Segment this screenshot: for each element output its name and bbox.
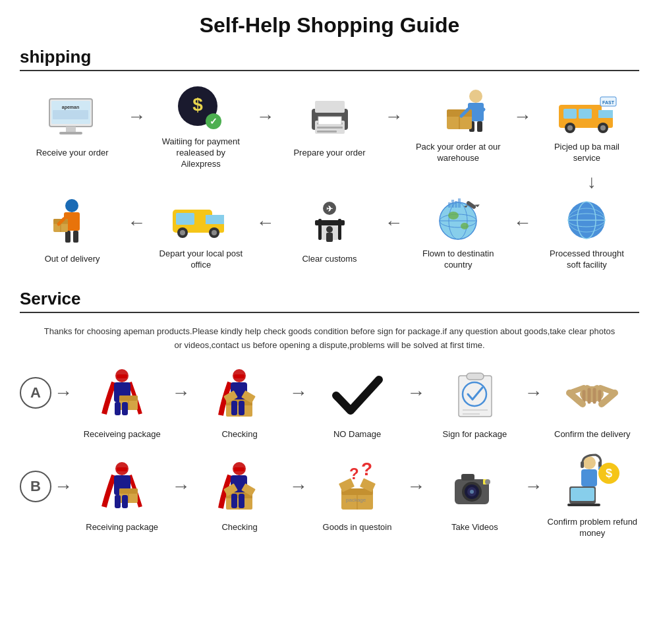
checking-a-label: Checking (221, 429, 257, 440)
arrow2: → (256, 106, 274, 127)
flown-label: Flown to destinatin country (415, 249, 501, 271)
svg-rect-137 (461, 474, 474, 481)
receiving-a-icon (92, 366, 152, 425)
svg-point-68 (448, 212, 459, 220)
shipping-header: shipping (20, 47, 639, 67)
svg-rect-91 (234, 374, 244, 378)
arrow-b4: → (525, 476, 543, 497)
svg-rect-75 (455, 201, 457, 208)
confirm-problem-label: Confirm problem refund money (546, 517, 639, 539)
confirm-problem-icon: $ (563, 454, 622, 513)
svg-rect-101 (467, 373, 484, 380)
svg-rect-41 (65, 231, 71, 243)
svg-point-36 (600, 125, 606, 131)
receiving-a-label: Receiveing package (84, 429, 161, 440)
svg-rect-60 (315, 220, 345, 225)
service-row-b: B → (20, 454, 639, 539)
arrow-r2-2: ← (256, 212, 274, 233)
svg-rect-12 (315, 101, 345, 113)
svg-marker-50 (206, 215, 224, 224)
svg-rect-150 (571, 488, 594, 501)
service-goods-question: ? ? package Goods in questoin (310, 459, 404, 533)
flow-item-customs: ✈ Clear customs (277, 200, 382, 265)
svg-text:apeman: apeman (61, 105, 78, 110)
arrow-a4: → (525, 382, 543, 403)
svg-rect-111 (117, 467, 127, 471)
svg-marker-30 (598, 110, 613, 118)
circle-a: A (20, 377, 51, 409)
service-checking-a: Checking (192, 366, 286, 440)
svg-text:package: package (346, 497, 366, 503)
svg-rect-63 (326, 233, 333, 242)
payment-icon: $ ✓ (171, 83, 231, 132)
receive-order-icon: apeman (43, 94, 102, 144)
arrow-b1: → (171, 476, 190, 497)
svg-point-141 (470, 490, 474, 494)
goods-question-label: Goods in questoin (323, 522, 392, 533)
pickup-label: Picjed up ba mail service (544, 142, 629, 164)
confirm-delivery-label: Confirm the delivery (554, 429, 631, 440)
customs-label: Clear customs (302, 254, 357, 265)
svg-text:✈: ✈ (326, 204, 333, 214)
svg-rect-83 (117, 374, 127, 378)
sign-package-icon (445, 366, 504, 425)
svg-text:✓: ✓ (210, 116, 217, 127)
flow-item-prepare: Prepare your order (277, 94, 382, 159)
svg-rect-151 (567, 504, 600, 506)
circle-b: B (20, 471, 51, 502)
service-confirm-problem: $ Confirm problem refund money (546, 454, 639, 539)
sign-package-label: Sign for package (443, 429, 507, 440)
svg-rect-16 (317, 131, 337, 132)
no-damage-label: NO Damage (333, 429, 381, 440)
arrow-b2: → (289, 476, 308, 497)
svg-point-55 (212, 230, 217, 235)
customs-icon: ✈ (300, 200, 359, 250)
depart-icon (171, 195, 231, 245)
prepare-label: Prepare your order (293, 148, 365, 159)
svg-point-18 (469, 90, 482, 103)
arrow-down: ↓ (587, 171, 596, 192)
svg-rect-5 (59, 132, 82, 134)
svg-rect-4 (66, 127, 76, 132)
flow-item-payment: $ ✓ Waitiing for payment realeased by Ai… (148, 83, 253, 170)
svg-rect-127 (239, 494, 244, 508)
service-header: Service (20, 289, 639, 309)
flow-item-pickup: FAST Picjed up ba mail service (534, 88, 639, 164)
svg-point-69 (461, 223, 469, 229)
pack-label: Pack your order at our warehouse (415, 142, 501, 164)
service-take-videos: Take Videos (428, 459, 521, 533)
take-videos-label: Take Videos (451, 522, 498, 533)
svg-point-62 (326, 226, 333, 233)
svg-text:$: $ (193, 94, 204, 115)
svg-rect-119 (234, 467, 244, 471)
service-no-damage: NO Damage (310, 366, 404, 440)
receiving-b-icon (92, 459, 152, 518)
goods-question-icon: ? ? package (328, 459, 387, 518)
svg-rect-15 (317, 127, 343, 129)
shipping-row1: apeman Receive your order → $ (20, 83, 639, 170)
flow-item-flown: Flown to destinatin country (406, 195, 511, 271)
svg-rect-74 (451, 200, 454, 208)
svg-rect-126 (231, 494, 237, 508)
take-videos-icon (445, 459, 504, 518)
out-delivery-icon (43, 200, 102, 250)
svg-point-39 (65, 199, 78, 212)
service-row-a: A → (20, 366, 639, 440)
svg-rect-148 (581, 469, 597, 486)
svg-rect-21 (477, 121, 482, 132)
flow-item-depart: Depart your local post office (148, 195, 253, 271)
service-confirm-delivery: Confirm the delivery (546, 366, 639, 440)
svg-rect-3 (53, 110, 88, 119)
svg-rect-51 (176, 213, 194, 225)
svg-point-34 (567, 125, 573, 131)
processed-label: Processed throught soft facility (544, 249, 629, 271)
svg-rect-38 (579, 109, 592, 119)
svg-rect-89 (122, 402, 128, 415)
no-damage-icon (328, 366, 387, 425)
receiving-b-label: Receiving package (86, 522, 158, 533)
svg-rect-145 (581, 461, 584, 468)
flow-item-processed: Processed throught soft facility (534, 195, 639, 271)
svg-text:FAST: FAST (602, 100, 615, 105)
service-note: Thanks for choosing apeman products.Plea… (40, 325, 619, 353)
svg-rect-37 (563, 109, 577, 119)
